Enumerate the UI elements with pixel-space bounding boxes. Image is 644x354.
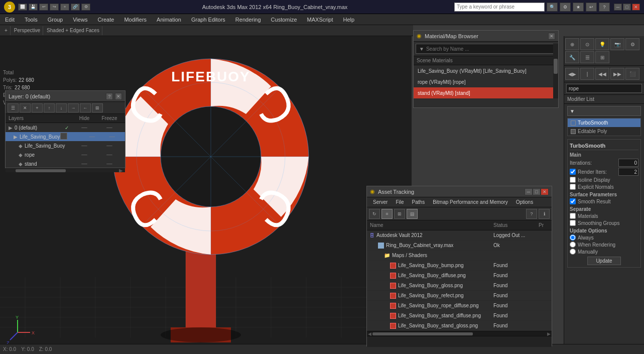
rpt-btn-8[interactable]: ⊞ — [595, 51, 609, 63]
rpt-btn-6[interactable]: 🔧 — [565, 51, 579, 63]
at-btn-list[interactable]: ≡ — [381, 209, 393, 219]
tb-icon-4[interactable]: ↪ — [50, 4, 59, 11]
menu-animation[interactable]: Animation — [152, 14, 186, 25]
rpt-btn-5[interactable]: ⚙ — [625, 38, 639, 50]
layer-row-0[interactable]: ▶ 0 (default) ✓ ── ── — [6, 123, 125, 132]
layer-close-button[interactable]: ✕ — [115, 93, 122, 100]
at-maximize-button[interactable]: □ — [533, 188, 541, 195]
help-button[interactable]: ? — [599, 3, 610, 12]
lt-btn-left[interactable]: ← — [80, 103, 91, 112]
ts-manually-radio[interactable] — [570, 249, 576, 255]
nav-btn-4[interactable]: ▶▶ — [610, 68, 624, 80]
search-button[interactable]: 🔍 — [547, 3, 558, 12]
lt-btn-grid[interactable]: ⊞ — [92, 103, 103, 112]
at-menu-bitmap[interactable]: Bitmap Performance and Memory — [429, 197, 512, 207]
at-btn-grid[interactable]: ⊞ — [394, 209, 405, 219]
at-row-gloss[interactable]: Life_Saving_Buoy_gloss.png Found — [367, 281, 552, 291]
at-menu-file[interactable]: File — [392, 197, 408, 207]
at-row-refect[interactable]: Life_Saving_Buoy_refect.png Found — [367, 291, 552, 301]
viewport-shaded[interactable]: Shaded + Edged Faces — [44, 26, 102, 35]
search-input[interactable] — [454, 3, 545, 12]
nav-btn-2[interactable]: | — [580, 68, 594, 80]
at-btn-info[interactable]: ℹ — [539, 209, 550, 219]
lt-btn-right[interactable]: → — [68, 103, 79, 112]
material-scrollbar[interactable] — [553, 44, 558, 98]
ts-when-rendering-radio[interactable] — [570, 242, 576, 248]
menu-graph-editors[interactable]: Graph Editors — [186, 14, 230, 25]
viewport-plus[interactable]: + — [2, 26, 11, 35]
nav-btn-5[interactable]: ⬛ — [625, 68, 639, 80]
at-row-diffuse[interactable]: Life_Saving_Buoy_diffuse.png Found — [367, 271, 552, 281]
tb-icon-7[interactable]: ⚙ — [81, 4, 90, 11]
rpt-btn-7[interactable]: ☰ — [580, 51, 594, 63]
modifier-editable-poly[interactable]: Editable Poly — [568, 127, 640, 136]
ts-render-iters-check[interactable] — [570, 169, 576, 175]
tb-icon-6[interactable]: 🔗 — [71, 4, 80, 11]
at-btn-table[interactable]: ▤ — [407, 209, 418, 219]
lt-btn-layers[interactable]: ☰ — [8, 103, 19, 112]
close-button[interactable]: ✕ — [632, 4, 640, 11]
menu-create[interactable]: Create — [92, 14, 119, 25]
at-row-rope-diffuse[interactable]: Life_Saving_Buoy_rope_diffuse.png Found — [367, 301, 552, 311]
material-item-lifebuoy[interactable]: Life_Saving_Buoy (VRayMtl) [Life_Saving_… — [414, 65, 558, 76]
update-button[interactable]: Update — [587, 257, 620, 265]
menu-maxscript[interactable]: MAXScript — [302, 14, 338, 25]
menu-group[interactable]: Group — [43, 14, 68, 25]
menu-modifiers[interactable]: Modifiers — [119, 14, 152, 25]
tb-icon-2[interactable]: 💾 — [29, 4, 38, 11]
material-search-input[interactable] — [426, 46, 553, 52]
menu-edit[interactable]: Edit — [0, 14, 20, 25]
tb-icon-3[interactable]: ↩ — [39, 4, 48, 11]
tb-icon-1[interactable]: ⬜ — [18, 4, 27, 11]
at-row-vault[interactable]: 🗄 Autodesk Vault 2012 Logged Out ... — [367, 230, 552, 241]
material-item-stand[interactable]: stand (VRayMtl) [stand] — [414, 87, 558, 98]
search-btn3[interactable]: ★ — [573, 3, 584, 12]
at-menu-server[interactable]: Server — [369, 197, 392, 207]
nav-btn-3[interactable]: ◀◀ — [595, 68, 609, 80]
rpt-btn-1[interactable]: ⊕ — [565, 38, 579, 50]
maximize-button[interactable]: □ — [623, 4, 631, 11]
search-btn4[interactable]: ↩ — [586, 3, 597, 12]
ts-materials-check[interactable] — [570, 213, 576, 219]
nav-btn-1[interactable]: ◀▶ — [565, 68, 579, 80]
at-row-stand-diffuse[interactable]: Life_Saving_Buoy_stand_diffuse.png Found — [367, 311, 552, 321]
ts-always-radio[interactable] — [570, 234, 576, 241]
rope-search-input[interactable] — [566, 84, 642, 93]
at-close-button[interactable]: ✕ — [541, 188, 549, 195]
lt-btn-delete[interactable]: ✕ — [20, 103, 31, 112]
at-minimize-button[interactable]: ─ — [525, 188, 533, 195]
lt-btn-down[interactable]: ↓ — [56, 103, 67, 112]
layer-scrollbar[interactable]: ▶ — [6, 168, 125, 172]
ts-render-iters-input[interactable] — [618, 168, 638, 176]
material-browser-close[interactable]: ✕ — [548, 33, 555, 40]
lt-btn-add[interactable]: + — [32, 103, 43, 112]
rpt-btn-3[interactable]: 💡 — [595, 38, 609, 50]
at-menu-paths[interactable]: Paths — [408, 197, 429, 207]
ts-isoline-check[interactable] — [570, 177, 576, 183]
at-btn-help[interactable]: ? — [526, 209, 537, 219]
layer-row-rope[interactable]: ◆ rope ── ── — [6, 150, 125, 159]
layer-help-button[interactable]: ? — [106, 93, 113, 100]
layer-row-stand[interactable]: ◆ stand ── ── — [6, 159, 125, 168]
modifier-dropdown[interactable]: ▼ — [567, 106, 641, 116]
menu-help[interactable]: Help — [338, 14, 360, 25]
at-row-max-file[interactable]: Ring_Buoy_Cabinet_vray.max Ok — [367, 241, 552, 251]
modifier-turbosmooth[interactable]: TurboSmooth — [568, 119, 640, 127]
tb-icon-5[interactable]: + — [60, 4, 69, 11]
minimize-button[interactable]: ─ — [614, 4, 622, 11]
layer-row-lifebuoy2[interactable]: ◆ Life_Saving_Buoy ── ── — [6, 141, 125, 150]
search-btn2[interactable]: ⚙ — [560, 3, 571, 12]
at-row-bump[interactable]: Life_Saving_Buoy_bump.png Found — [367, 261, 552, 271]
layer-row-lifebuoy[interactable]: ▶ Life_Saving_Buoy ── ── — [6, 132, 125, 141]
rpt-btn-4[interactable]: 📷 — [610, 38, 624, 50]
menu-rendering[interactable]: Rendering — [230, 14, 266, 25]
viewport-perspective[interactable]: Perspective — [12, 26, 43, 35]
rpt-btn-2[interactable]: ⊙ — [580, 38, 594, 50]
material-item-rope[interactable]: rope (VRayMtl) [rope] — [414, 76, 558, 87]
menu-tools[interactable]: Tools — [20, 14, 43, 25]
at-row-maps[interactable]: 📁 Maps / Shaders — [367, 251, 552, 261]
ts-smoothing-check[interactable] — [570, 220, 576, 226]
at-btn-refresh[interactable]: ↻ — [369, 209, 380, 219]
menu-views[interactable]: Views — [68, 14, 92, 25]
at-menu-options[interactable]: Options — [512, 197, 537, 207]
